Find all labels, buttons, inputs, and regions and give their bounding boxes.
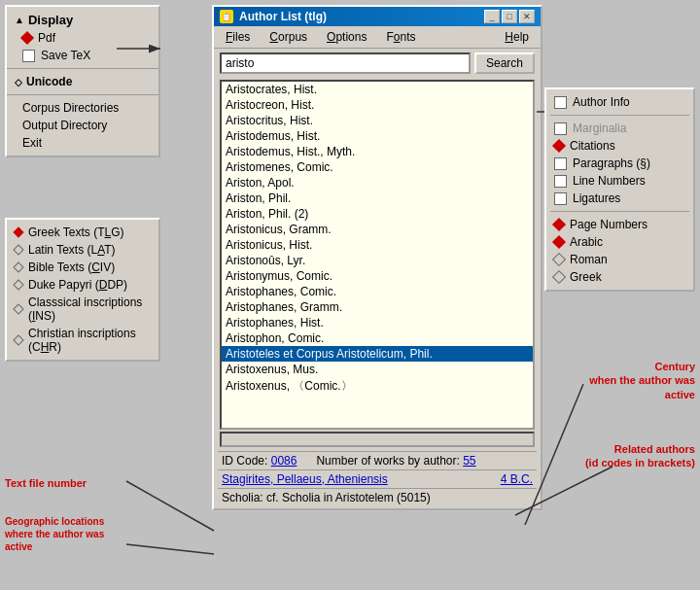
works-value[interactable]: 55	[463, 454, 475, 468]
search-bar: Search	[214, 49, 541, 78]
list-item[interactable]: Aristomenes, Comic.	[222, 159, 533, 175]
svg-line-1	[126, 481, 214, 531]
corpus-directories-label: Corpus Directories	[22, 101, 119, 115]
list-item[interactable]: Aristophon, Comic.	[222, 330, 533, 346]
greek-label: Greek	[570, 270, 602, 284]
output-directory-item[interactable]: Output Directory	[7, 117, 158, 134]
save-tex-item[interactable]: Save TeX	[7, 47, 158, 64]
text-file-number-annotation: Text file number	[5, 476, 87, 490]
author-info-item[interactable]: Author Info	[550, 93, 689, 111]
panel-divider2	[550, 211, 689, 212]
titlebar-buttons: _ □ ✕	[484, 10, 535, 23]
greek-item[interactable]: Greek	[550, 268, 689, 286]
left-panel: ▲ Display Pdf Save TeX ◇ Unicode Corpus …	[5, 5, 160, 157]
corpus-item-lat[interactable]: Latin Texts (LAT)	[7, 241, 158, 259]
list-item[interactable]: Aristophanes, Comic.	[222, 284, 533, 299]
id-code-value[interactable]: 0086	[271, 454, 298, 468]
exit-label: Exit	[22, 136, 42, 150]
exit-item[interactable]: Exit	[7, 134, 158, 152]
citations-item[interactable]: Citations	[550, 137, 689, 155]
arabic-diamond-icon	[552, 235, 566, 249]
window-title: Author List (tlg)	[239, 10, 327, 23]
list-item[interactable]: Aristoxenus, 〈Comic.〉	[222, 377, 533, 396]
list-item[interactable]: Aristocritus, Hist.	[222, 113, 533, 128]
ligatures-label: Ligatures	[573, 191, 620, 205]
scholia-row: Scholia: cf. Scholia in Aristotelem (501…	[218, 488, 537, 506]
scholia-text: Scholia: cf. Scholia in Aristotelem (501…	[222, 491, 431, 504]
list-item[interactable]: Aristocrates, Hist.	[222, 82, 533, 97]
panel-divider1	[550, 115, 689, 116]
author-info-checkbox-icon	[554, 96, 567, 109]
century-annotation: Centurywhen the author wasactive	[589, 360, 695, 401]
display-label: Display	[28, 13, 73, 27]
display-menu-header[interactable]: ▲ Display	[7, 11, 158, 29]
list-item[interactable]: Aristophanes, Gramm.	[222, 299, 533, 315]
list-item[interactable]: Ariston, Phil. (2)	[222, 206, 533, 222]
menu-files[interactable]: Files	[222, 28, 254, 46]
menu-options[interactable]: Options	[323, 28, 370, 46]
pdf-item[interactable]: Pdf	[7, 29, 158, 47]
right-panel: Author Info Marginalia Citations Paragra…	[544, 87, 695, 292]
location-text[interactable]: Stagirites, Pellaeus, Atheniensis	[222, 472, 388, 486]
menu-bar: Files Corpus Options Fonts Help	[214, 26, 541, 49]
corpus-directories-item[interactable]: Corpus Directories	[7, 99, 158, 117]
page-numbers-item[interactable]: Page Numbers	[550, 216, 689, 233]
list-item[interactable]: Ariston, Apol.	[222, 175, 533, 191]
search-input[interactable]	[220, 52, 471, 74]
titlebar-title: 📋 Author List (tlg)	[220, 10, 327, 23]
citations-diamond-icon	[552, 139, 566, 153]
minimize-button[interactable]: _	[484, 10, 500, 23]
save-tex-checkbox-icon	[22, 50, 35, 62]
marginalia-item[interactable]: Marginalia	[550, 120, 689, 137]
list-item[interactable]: Aristophanes, Hist.	[222, 315, 533, 330]
bible-texts-label: Bible Texts (CIV)	[28, 260, 115, 274]
menu-help[interactable]: Help	[501, 28, 533, 46]
pdf-diamond-icon	[20, 31, 34, 45]
list-item[interactable]: Aristodemus, Hist.	[222, 128, 533, 144]
search-button[interactable]: Search	[474, 52, 535, 74]
related-authors-annotation: Related authors(id codes in brackets)	[585, 442, 695, 470]
marginalia-checkbox-icon	[554, 122, 567, 135]
list-item[interactable]: Aristonicus, Hist.	[222, 237, 533, 253]
main-window: 📋 Author List (tlg) _ □ ✕ Files Corpus O…	[212, 5, 542, 510]
christian-ins-diamond-icon	[13, 334, 23, 345]
list-item-selected[interactable]: Aristoteles et Corpus Aristotelicum, Phi…	[222, 346, 533, 362]
list-item[interactable]: Aristoxenus, Mus.	[222, 362, 533, 377]
author-list[interactable]: Aristocrates, Hist. Aristocreon, Hist. A…	[220, 80, 535, 430]
output-directory-label: Output Directory	[22, 119, 107, 132]
duke-papyri-label: Duke Papyri (DDP)	[28, 278, 127, 292]
line-numbers-item[interactable]: Line Numbers	[550, 172, 689, 190]
citations-label: Citations	[570, 139, 615, 153]
arabic-item[interactable]: Arabic	[550, 233, 689, 251]
marginalia-label: Marginalia	[573, 121, 626, 135]
list-item[interactable]: Aristocreon, Hist.	[222, 97, 533, 113]
list-item[interactable]: Aristonoûs, Lyr.	[222, 253, 533, 268]
unicode-header[interactable]: ◇ Unicode	[7, 73, 158, 90]
corpus-item-civ[interactable]: Bible Texts (CIV)	[7, 259, 158, 276]
greek-texts-label: Greek Texts (TLG)	[28, 226, 124, 239]
roman-label: Roman	[570, 253, 608, 266]
corpus-item-ins[interactable]: Classsical inscriptions (INS)	[7, 294, 158, 325]
roman-item[interactable]: Roman	[550, 251, 689, 268]
menu-corpus[interactable]: Corpus	[265, 28, 311, 46]
horizontal-scrollbar[interactable]	[220, 432, 535, 447]
date-text[interactable]: 4 B.C.	[501, 472, 533, 486]
christian-ins-label: Christian inscriptions (CHR)	[28, 327, 151, 354]
list-item[interactable]: Ariston, Phil.	[222, 191, 533, 206]
line-numbers-checkbox-icon	[554, 175, 567, 188]
paragraphs-item[interactable]: Paragraphs (§)	[550, 155, 689, 172]
divider1	[7, 68, 158, 69]
svg-line-2	[126, 544, 214, 554]
menu-fonts[interactable]: Fonts	[382, 28, 419, 46]
latin-texts-label: Latin Texts (LAT)	[28, 243, 116, 257]
corpus-item-chr[interactable]: Christian inscriptions (CHR)	[7, 325, 158, 356]
maximize-button[interactable]: □	[502, 10, 517, 23]
list-item[interactable]: Aristodemus, Hist., Myth.	[222, 144, 533, 159]
geographic-annotation: Geographic locationswhere the author was…	[5, 515, 104, 553]
corpus-item-ddp[interactable]: Duke Papyri (DDP)	[7, 276, 158, 294]
list-item[interactable]: Aristonymus, Comic.	[222, 268, 533, 284]
ligatures-item[interactable]: Ligatures	[550, 190, 689, 207]
list-item[interactable]: Aristonicus, Gramm.	[222, 222, 533, 237]
corpus-item-tlg[interactable]: Greek Texts (TLG)	[7, 224, 158, 241]
close-button[interactable]: ✕	[519, 10, 535, 23]
